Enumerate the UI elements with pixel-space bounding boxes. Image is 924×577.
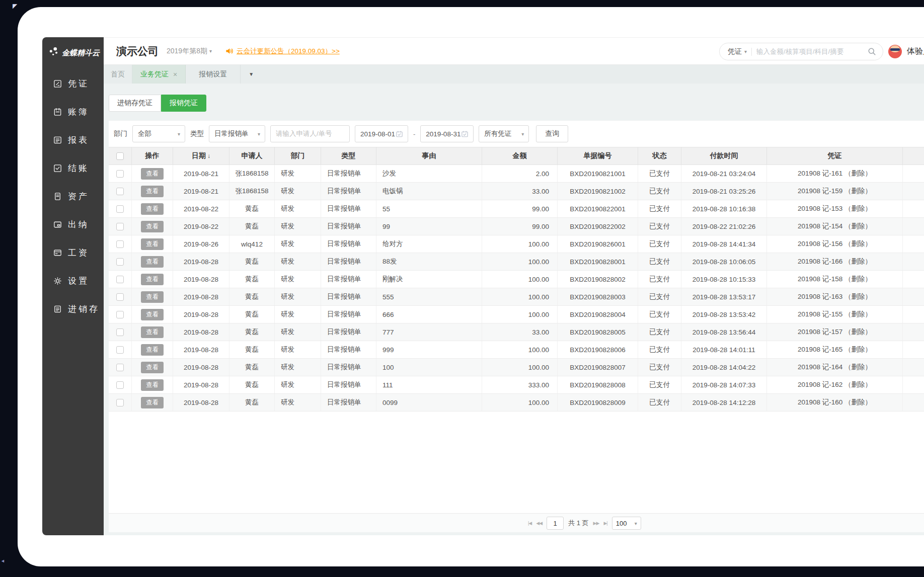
cell-filler [903,235,924,253]
type-select[interactable]: 日常报销单 ▾ [209,125,265,142]
cell-type: 日常报销单 [321,376,376,393]
cell-voucher[interactable]: 201908 记-154 （删除） [767,218,903,235]
announcement-link[interactable]: 云会计更新公告（2019.09.03）>> [237,47,340,56]
tab-list-dropdown[interactable]: ▼ [241,65,262,84]
first-page-icon[interactable]: |◀ [528,521,531,526]
pager: |◀ ◀◀ 1 共 1 页 ▶▶ ▶| 100 ▾ [528,514,641,533]
tab-bar-tabs: 首页业务凭证×报销设置 [104,65,241,84]
query-button[interactable]: 查询 [536,125,568,142]
chevron-down-icon: ▾ [635,521,637,526]
cell-voucher[interactable]: 201908 记-157 （删除） [767,323,903,341]
page-size-select[interactable]: 100 ▾ [612,517,641,530]
sidebar-item-payroll[interactable]: 工资 [42,238,104,267]
dept-select[interactable]: 全部 ▾ [132,125,185,142]
last-page-icon[interactable]: ▶| [603,521,607,526]
tab-reimburse-settings[interactable]: 报销设置 [186,65,241,84]
cell-voucher[interactable]: 201908 记-155 （删除） [767,306,903,323]
cell-voucher[interactable]: 201908 记-162 （删除） [767,376,903,393]
cell-reason: 999 [376,341,482,358]
cell-voucher[interactable]: 201908 记-160 （删除） [767,394,903,411]
row-checkbox[interactable] [116,205,124,213]
view-button[interactable]: 查看 [141,274,164,285]
cell-status: 已支付 [638,165,681,182]
row-checkbox[interactable] [116,170,124,178]
cell-status: 已支付 [638,323,681,341]
row-checkbox[interactable] [116,399,124,406]
row-checkbox[interactable] [116,240,124,248]
date-from-input[interactable]: 2019-08-01 [355,125,408,142]
sidebar-item-settings[interactable]: 设置 [42,267,104,295]
cell-voucher[interactable]: 201908 记-156 （删除） [767,235,903,253]
view-button[interactable]: 查看 [141,168,164,180]
view-button[interactable]: 查看 [141,344,164,356]
cell-applicant: 黄磊 [229,288,275,305]
period-selector[interactable]: 2019年第8期 ▾ [167,47,212,56]
search-input[interactable]: 输入金额/核算项目/科目/摘要 [756,47,863,56]
row-checkbox[interactable] [116,364,124,371]
tab-close-icon[interactable]: × [173,70,177,78]
select-all-checkbox[interactable] [116,152,124,160]
col-header-date[interactable]: 日期↓ [173,147,229,164]
cell-dept: 研发 [275,218,321,235]
view-button[interactable]: 查看 [141,326,164,338]
row-checkbox[interactable] [116,223,124,230]
cell-voucher[interactable]: 201908 记-166 （删除） [767,253,903,270]
next-page-icon[interactable]: ▶▶ [593,521,599,526]
sidebar-item-cashier[interactable]: 出纳 [42,210,104,238]
sidebar-item-label: 设置 [68,275,89,287]
cell-pay-time: 2019-08-28 14:07:33 [681,376,767,393]
tab-business-voucher[interactable]: 业务凭证× [132,65,186,84]
cell-voucher[interactable]: 201908 记-164 （删除） [767,359,903,376]
cell-voucher[interactable]: 201908 记-159 （删除） [767,183,903,200]
view-button[interactable]: 查看 [141,362,164,373]
row-checkbox[interactable] [116,258,124,266]
view-button[interactable]: 查看 [141,256,164,268]
col-header-label: 部门 [291,151,305,160]
prev-page-icon[interactable]: ◀◀ [536,521,542,526]
view-button[interactable]: 查看 [141,203,164,215]
tab-home[interactable]: 首页 [104,65,132,84]
avatar[interactable] [888,45,902,58]
voucher-scope-select[interactable]: 所有凭证 ▾ [479,125,529,142]
view-button[interactable]: 查看 [141,238,164,250]
cell-reason: 0099 [376,394,482,411]
cell-reason: 给对方 [376,235,482,253]
sidebar-item-asset[interactable]: 资产 [42,182,104,210]
col-header-select[interactable] [109,147,132,164]
sidebar-item-inventory[interactable]: 进销存 [42,295,104,323]
view-button[interactable]: 查看 [141,291,164,303]
cell-reason: 555 [376,288,482,305]
row-checkbox[interactable] [116,276,124,283]
row-checkbox[interactable] [116,293,124,301]
user-name[interactable]: 体验用 [907,46,924,57]
cell-voucher[interactable]: 201908 记-158 （删除） [767,271,903,288]
table-row: 查看2019-08-28黄磊研发日常报销单0099100.00BXD201908… [109,394,924,411]
cell-dept: 研发 [275,235,321,253]
cell-voucher[interactable]: 201908 记-163 （删除） [767,288,903,305]
search-category-dropdown[interactable]: 凭证 ▾ [728,47,747,56]
view-button[interactable]: 查看 [141,186,164,197]
row-checkbox[interactable] [116,188,124,195]
view-button[interactable]: 查看 [141,309,164,320]
row-checkbox[interactable] [116,346,124,354]
sidebar-item-closing[interactable]: 结账 [42,154,104,182]
applicant-search-input[interactable]: 请输入申请人/单号 [270,125,350,142]
row-checkbox[interactable] [116,311,124,318]
reimburse-voucher-button[interactable]: 报销凭证 [161,95,206,112]
sidebar-item-voucher[interactable]: 凭证 [42,69,104,98]
row-checkbox[interactable] [116,328,124,336]
date-to-input[interactable]: 2019-08-31 [420,125,474,142]
sidebar-item-ledger[interactable]: 账簿 [42,98,104,126]
view-button[interactable]: 查看 [141,397,164,408]
cell-voucher[interactable]: 201908 记-153 （删除） [767,200,903,217]
row-checkbox[interactable] [116,381,124,389]
view-button[interactable]: 查看 [141,379,164,391]
page-number-input[interactable]: 1 [547,517,564,530]
sidebar-item-report[interactable]: 报表 [42,126,104,154]
cell-voucher[interactable]: 201908 记-161 （删除） [767,165,903,182]
search-icon[interactable] [867,47,877,56]
cell-voucher[interactable]: 201908 记-165 （删除） [767,341,903,358]
cell-date: 2019-08-22 [173,200,229,217]
inventory-voucher-button[interactable]: 进销存凭证 [109,95,161,112]
view-button[interactable]: 查看 [141,221,164,232]
